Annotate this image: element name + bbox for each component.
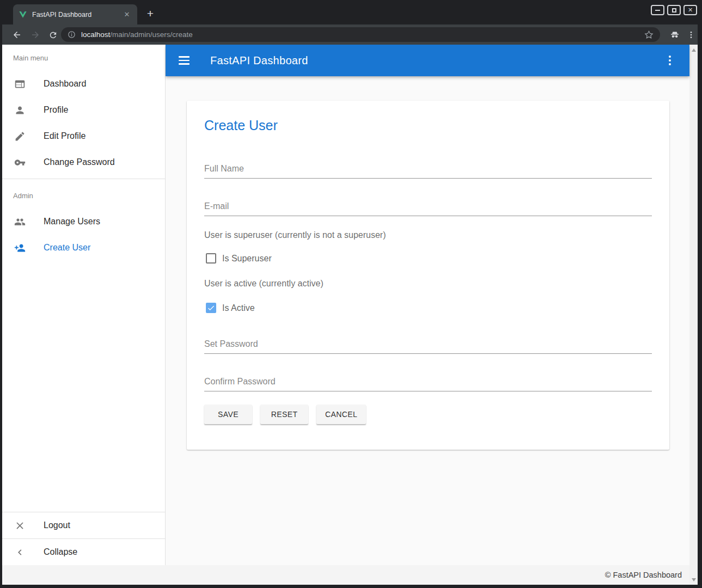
email-field-wrap: [204, 201, 652, 216]
incognito-icon: [668, 28, 682, 42]
app-bar: FastAPI Dashboard: [166, 45, 689, 76]
sidebar-item-label: Collapse: [44, 547, 77, 557]
is-active-row: Is Active: [204, 303, 652, 313]
sidebar-item-manage-users[interactable]: Manage Users: [2, 209, 165, 235]
minimize-button[interactable]: [651, 5, 664, 15]
browser-tab[interactable]: FastAPI Dashboard ✕: [13, 4, 137, 24]
sidebar-item-label: Manage Users: [44, 217, 100, 226]
is-superuser-label[interactable]: Is Superuser: [222, 254, 272, 264]
full-name-field-wrap: [204, 164, 652, 179]
hamburger-menu-icon[interactable]: [179, 54, 192, 67]
close-window-icon: ✕: [688, 7, 693, 13]
sidebar-item-label: Logout: [44, 520, 70, 530]
page-title: Create User: [204, 117, 652, 133]
sidebar: Main menu Dashboard Profile Edit Profile: [2, 45, 166, 565]
address-bar[interactable]: localhost/main/admin/users/create: [61, 27, 660, 42]
maximize-icon: [672, 8, 676, 13]
app-bar-menu-icon[interactable]: [663, 54, 676, 67]
active-hint: User is active (currently active): [204, 279, 652, 289]
sidebar-item-logout[interactable]: Logout: [2, 512, 165, 538]
tab-close-icon[interactable]: ✕: [122, 10, 132, 20]
person-add-icon: [13, 241, 26, 254]
sidebar-divider: [2, 179, 165, 179]
tab-title: FastAPI Dashboard: [32, 11, 122, 19]
scroll-down-arrow-icon[interactable]: [689, 575, 698, 584]
browser-toolbar: localhost/main/admin/users/create: [2, 24, 698, 45]
close-icon: [13, 519, 26, 532]
sidebar-item-label: Edit Profile: [44, 131, 86, 141]
new-tab-button[interactable]: +: [143, 7, 158, 22]
is-superuser-row: Is Superuser: [204, 253, 652, 264]
url-path: /main/admin/users/create: [110, 30, 193, 39]
cancel-button[interactable]: CANCEL: [316, 405, 366, 424]
set-password-input[interactable]: [204, 339, 652, 354]
person-icon: [13, 103, 26, 117]
sidebar-item-create-user[interactable]: Create User: [2, 235, 165, 261]
is-superuser-checkbox[interactable]: [206, 253, 216, 264]
back-button[interactable]: [10, 28, 24, 42]
confirm-password-field-wrap: [204, 377, 652, 391]
people-icon: [13, 215, 26, 228]
page-footer: © FastAPI Dashboard: [2, 565, 689, 585]
email-input[interactable]: [204, 201, 652, 216]
sidebar-item-change-password[interactable]: Change Password: [2, 149, 165, 175]
save-button[interactable]: SAVE: [204, 405, 252, 424]
sidebar-item-profile[interactable]: Profile: [2, 97, 165, 123]
confirm-password-input[interactable]: [204, 377, 652, 391]
pencil-icon: [13, 130, 26, 143]
reload-button[interactable]: [46, 28, 60, 42]
sidebar-item-label: Change Password: [44, 157, 115, 167]
app-bar-title: FastAPI Dashboard: [210, 54, 308, 67]
is-active-checkbox[interactable]: [206, 303, 216, 313]
is-active-label[interactable]: Is Active: [222, 303, 255, 313]
chevron-left-icon: [13, 546, 26, 559]
maximize-button[interactable]: [667, 5, 681, 15]
sidebar-item-label: Create User: [44, 243, 90, 253]
reset-button[interactable]: RESET: [260, 405, 308, 424]
superuser-hint: User is superuser (currently is not a su…: [204, 230, 652, 240]
sidebar-item-edit-profile[interactable]: Edit Profile: [2, 123, 165, 149]
vertical-scrollbar[interactable]: [689, 45, 698, 585]
sidebar-header-main-menu: Main menu: [2, 45, 165, 71]
site-info-icon[interactable]: [68, 30, 76, 39]
sidebar-spacer: [2, 261, 165, 512]
key-icon: [13, 156, 26, 169]
minimize-icon: [655, 10, 660, 11]
sidebar-item-label: Dashboard: [44, 79, 86, 89]
form-actions: SAVE RESET CANCEL: [204, 405, 652, 424]
scroll-up-arrow-icon[interactable]: [689, 46, 698, 54]
forward-button[interactable]: [28, 28, 42, 42]
url-host: localhost: [81, 30, 110, 39]
browser-menu-button[interactable]: [684, 28, 698, 42]
page-viewport: Main menu Dashboard Profile Edit Profile: [2, 45, 698, 585]
create-user-card: Create User User is superuser (currently…: [187, 101, 669, 450]
dashboard-icon: [13, 77, 26, 90]
close-window-button[interactable]: ✕: [683, 5, 697, 15]
sidebar-item-collapse[interactable]: Collapse: [2, 539, 165, 565]
vue-favicon-icon: [19, 10, 27, 19]
full-name-input[interactable]: [204, 164, 652, 179]
window-controls: ✕: [651, 5, 697, 15]
copyright-text: © FastAPI Dashboard: [605, 571, 682, 579]
bookmark-star-icon[interactable]: [644, 30, 654, 39]
tab-strip: FastAPI Dashboard ✕ + ✕: [0, 0, 702, 24]
sidebar-item-dashboard[interactable]: Dashboard: [2, 71, 165, 97]
sidebar-header-admin: Admin: [2, 182, 165, 209]
url-text: localhost/main/admin/users/create: [81, 30, 644, 39]
main-content: Create User User is superuser (currently…: [166, 76, 689, 565]
sidebar-item-label: Profile: [44, 105, 68, 115]
set-password-field-wrap: [204, 339, 652, 354]
browser-window: FastAPI Dashboard ✕ + ✕ localhost/main/a…: [0, 0, 702, 588]
